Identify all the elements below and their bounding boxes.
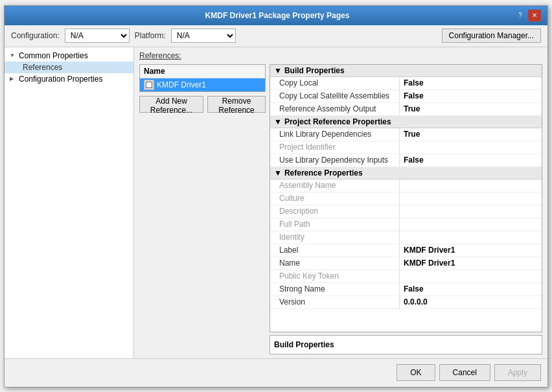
ref-item-icon (144, 80, 154, 90)
dialog: KMDF Driver1 Package Property Pages ? ✕ … (4, 5, 548, 387)
tree-arrow-config: ▶ (10, 76, 16, 82)
tree-panel: ▼ Common Properties References ▶ Configu… (5, 47, 134, 358)
references-underline-label: R (139, 51, 145, 60)
project-ref-section: ▼ Project Reference Properties (270, 116, 542, 128)
refs-listbox: Name KMDF Driver1 (139, 64, 266, 92)
prop-val-assembly-name (400, 179, 542, 192)
prop-row-description: Description (270, 205, 542, 218)
ok-button[interactable]: OK (397, 364, 435, 381)
ref-props-arrow: ▼ (274, 168, 282, 178)
prop-val-link-lib: True (400, 128, 542, 141)
refs-and-props: Name KMDF Driver1 Add New Reference... R… (139, 64, 542, 354)
project-ref-arrow: ▼ (274, 117, 282, 126)
prop-name-ref-assembly: Reference Assembly Output (270, 103, 400, 115)
tree-item-config-props[interactable]: ▶ Configuration Properties (5, 73, 133, 85)
prop-val-identity (400, 231, 542, 244)
prop-val-version: 0.0.0.0 (400, 296, 542, 308)
prop-row-public-key: Public Key Token (270, 270, 542, 283)
references-section-label: References: (139, 51, 542, 60)
prop-name-link-lib: Link Library Dependencies (270, 128, 400, 141)
prop-row-identity: Identity (270, 231, 542, 244)
config-bar: Configuration: N/A Platform: N/A Configu… (5, 25, 547, 47)
build-props-section: ▼ Build Properties (270, 65, 542, 77)
title-bar: KMDF Driver1 Package Property Pages ? ✕ (5, 6, 547, 25)
prop-row-copy-local: Copy Local False (270, 77, 542, 90)
prop-name-use-lib: Use Library Dependency Inputs (270, 154, 400, 167)
build-props-arrow: ▼ (274, 66, 282, 75)
build-props-title: Build Properties (284, 66, 345, 75)
prop-row-assembly-name: Assembly Name (270, 179, 542, 192)
prop-val-project-id (400, 141, 542, 154)
prop-row-copy-satellite: Copy Local Satellite Assemblies False (270, 90, 542, 103)
help-button[interactable]: ? (514, 10, 527, 21)
prop-name-copy-local: Copy Local (270, 77, 400, 89)
prop-row-culture: Culture (270, 192, 542, 205)
prop-val-strong-name: False (400, 283, 542, 295)
platform-select[interactable]: N/A (171, 29, 236, 43)
dialog-title: KMDF Driver1 Package Property Pages (41, 11, 514, 20)
prop-val-use-lib: False (400, 154, 542, 167)
ref-props-section: ▼ Reference Properties (270, 167, 542, 179)
config-select[interactable]: N/A (65, 29, 130, 43)
references-rest: eferences: (145, 51, 181, 60)
build-props-footer: Build Properties (270, 335, 542, 354)
prop-name-culture: Culture (270, 192, 400, 205)
refs-list-item[interactable]: KMDF Driver1 (140, 78, 265, 91)
apply-button[interactable]: Apply (494, 364, 541, 381)
prop-name-version: Version (270, 296, 400, 308)
title-bar-controls: ? ✕ (514, 10, 541, 21)
prop-name-identity: Identity (270, 231, 400, 244)
prop-val-copy-satellite: False (400, 90, 542, 102)
prop-name-strong-name: Strong Name (270, 283, 400, 295)
build-props-footer-label: Build Properties (274, 340, 334, 349)
prop-row-use-lib: Use Library Dependency Inputs False (270, 154, 542, 167)
prop-row-link-lib: Link Library Dependencies True (270, 128, 542, 141)
tree-references-label: References (23, 63, 62, 72)
prop-val-culture (400, 192, 542, 205)
prop-val-public-key (400, 270, 542, 282)
prop-val-ref-assembly: True (400, 103, 542, 115)
tree-item-references[interactable]: References (5, 62, 133, 73)
platform-label: Platform: (135, 31, 166, 40)
tree-arrow-common: ▼ (10, 52, 16, 58)
prop-val-label: KMDF Driver1 (400, 244, 542, 257)
config-manager-button[interactable]: Configuration Manager... (442, 29, 541, 43)
ref-props-title: Reference Properties (284, 168, 363, 178)
config-label: Configuration: (11, 31, 60, 40)
main-content: ▼ Common Properties References ▶ Configu… (5, 47, 547, 358)
add-new-reference-button[interactable]: Add New Reference... (139, 96, 203, 113)
project-ref-title: Project Reference Properties (284, 117, 391, 126)
prop-row-ref-assembly: Reference Assembly Output True (270, 103, 542, 116)
tree-item-common-label: Common Properties (19, 51, 88, 60)
prop-name-project-id: Project Identifier (270, 141, 400, 154)
prop-name-full-path: Full Path (270, 218, 400, 231)
bottom-bar: OK Cancel Apply (5, 358, 547, 387)
prop-row-strong-name: Strong Name False (270, 283, 542, 296)
prop-row-label: Label KMDF Driver1 (270, 244, 542, 257)
prop-row-version: Version 0.0.0.0 (270, 296, 542, 309)
prop-name-label: Label (270, 244, 400, 257)
right-panel: References: Name KMDF Driver1 (134, 47, 547, 358)
cancel-button[interactable]: Cancel (439, 364, 490, 381)
prop-name-copy-satellite: Copy Local Satellite Assemblies (270, 90, 400, 102)
props-panel: ▼ Build Properties Copy Local False Copy… (270, 64, 542, 332)
prop-name-assembly-name: Assembly Name (270, 179, 400, 192)
prop-row-name: Name KMDF Driver1 (270, 257, 542, 270)
prop-name-public-key: Public Key Token (270, 270, 400, 282)
remove-reference-button[interactable]: Remove Reference (207, 96, 266, 113)
prop-name-description: Description (270, 205, 400, 218)
prop-row-project-id: Project Identifier (270, 141, 542, 154)
refs-list-header: Name (140, 65, 265, 78)
prop-name-name: Name (270, 257, 400, 270)
prop-val-name: KMDF Driver1 (400, 257, 542, 270)
close-button[interactable]: ✕ (528, 10, 541, 21)
prop-val-full-path (400, 218, 542, 231)
tree-item-common-props[interactable]: ▼ Common Properties (5, 50, 133, 62)
prop-val-description (400, 205, 542, 218)
tree-item-config-label: Configuration Properties (19, 75, 102, 84)
prop-val-copy-local: False (400, 77, 542, 89)
prop-row-full-path: Full Path (270, 218, 542, 231)
ref-item-name: KMDF Driver1 (157, 80, 206, 89)
refs-buttons-row: Add New Reference... Remove Reference (139, 96, 266, 113)
